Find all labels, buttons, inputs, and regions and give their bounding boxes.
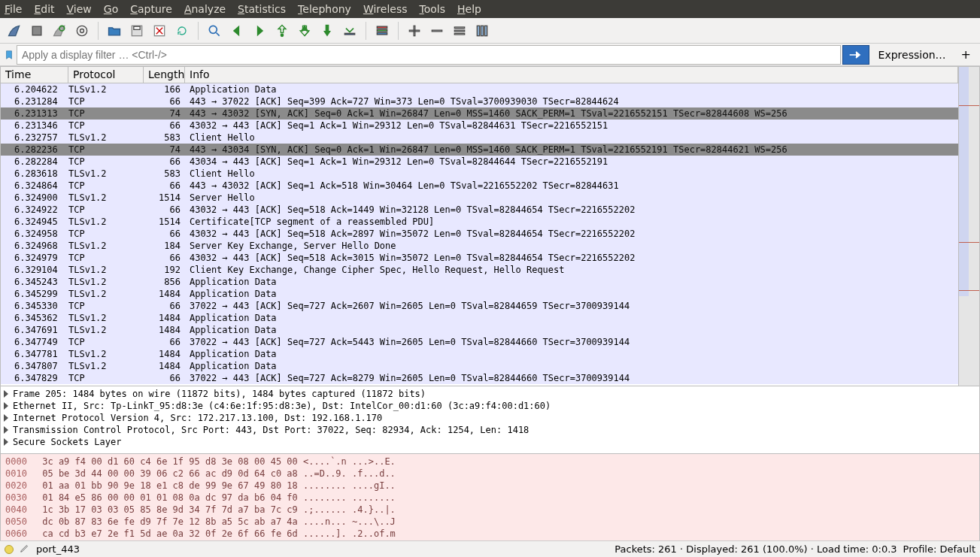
auto-scroll-icon[interactable]: [340, 21, 360, 41]
packet-row[interactable]: 6.324979TCP6643032 → 443 [ACK] Seq=518 A…: [1, 252, 958, 264]
detail-line[interactable]: Internet Protocol Version 4, Src: 172.21…: [4, 412, 976, 424]
menu-tools[interactable]: Tools: [420, 3, 446, 15]
hex-line[interactable]: 0040 1c 3b 17 03 03 05 85 8e 9d 34 7f 7d…: [5, 504, 975, 516]
svg-rect-12: [377, 29, 387, 32]
col-time[interactable]: Time: [1, 67, 68, 83]
hex-line[interactable]: 0050 dc 0b 87 83 6e fe d9 7f 7e 12 8b a5…: [5, 516, 975, 528]
packet-row[interactable]: 6.204622TLSv1.2166Application Data: [1, 83, 958, 95]
packet-row[interactable]: 6.347807TLSv1.21484Application Data: [1, 360, 958, 372]
menu-capture[interactable]: Capture: [130, 3, 172, 15]
go-last-icon[interactable]: [317, 21, 337, 41]
edit-capture-comment-icon[interactable]: [20, 543, 30, 555]
packet-row[interactable]: 6.324945TLSv1.21514Certificate[TCP segme…: [1, 216, 958, 228]
packet-row[interactable]: 6.282236TCP74443 → 43034 [SYN, ACK] Seq=…: [1, 144, 958, 156]
expert-info-icon[interactable]: [5, 545, 14, 554]
expand-triangle-icon[interactable]: [4, 426, 8, 434]
menu-edit[interactable]: Edit: [34, 3, 54, 15]
packet-row[interactable]: 6.283618TLSv1.2583Client Hello: [1, 168, 958, 180]
capture-options-icon[interactable]: [72, 21, 92, 41]
find-packet-icon[interactable]: [205, 21, 224, 41]
zoom-in-icon[interactable]: [405, 21, 424, 41]
svg-rect-18: [454, 30, 464, 32]
col-length[interactable]: Length: [144, 67, 185, 83]
go-forward-icon[interactable]: [250, 21, 269, 41]
svg-rect-5: [134, 26, 140, 29]
detail-line[interactable]: Ethernet II, Src: Tp-LinkT_95:d8:3e (c4:…: [4, 400, 976, 412]
menu-file[interactable]: File: [5, 3, 22, 15]
colorize-icon[interactable]: [372, 21, 392, 41]
packet-row[interactable]: 6.231313TCP74443 → 43032 [SYN, ACK] Seq=…: [1, 107, 958, 120]
packet-row[interactable]: 6.345330TCP6637022 → 443 [ACK] Seq=727 A…: [1, 300, 958, 312]
go-to-packet-icon[interactable]: [272, 21, 292, 41]
main-menubar: FileEditViewGoCaptureAnalyzeStatisticsTe…: [0, 0, 980, 18]
add-filter-button[interactable]: +: [955, 47, 977, 62]
packet-row[interactable]: 6.324922TCP6643032 → 443 [ACK] Seq=518 A…: [1, 204, 958, 216]
packet-row[interactable]: 6.324900TLSv1.21514Server Hello: [1, 192, 958, 204]
packet-row[interactable]: 6.232757TLSv1.2583Client Hello: [1, 132, 958, 144]
expand-triangle-icon[interactable]: [4, 438, 8, 446]
open-file-icon[interactable]: [105, 21, 124, 41]
packet-row[interactable]: 6.324968TLSv1.2184Server Key Exchange, S…: [1, 240, 958, 252]
packet-bytes-pane[interactable]: 0000 3c a9 f4 00 d1 60 c4 6e 1f 95 d8 3e…: [0, 454, 980, 544]
packet-list-pane[interactable]: Time Protocol Length Info 6.204622TLSv1.…: [0, 66, 959, 386]
hex-line[interactable]: 0010 05 be 3d 44 00 00 39 06 c2 66 ac d9…: [5, 468, 975, 480]
packet-row[interactable]: 6.324864TCP66443 → 43032 [ACK] Seq=1 Ack…: [1, 180, 958, 192]
save-file-icon[interactable]: [127, 21, 147, 41]
packet-row[interactable]: 6.345243TLSv1.2856Application Data: [1, 276, 958, 288]
packet-row[interactable]: 6.345299TLSv1.21484Application Data: [1, 288, 958, 300]
packet-row[interactable]: 6.347691TLSv1.21484Application Data: [1, 324, 958, 336]
packet-row[interactable]: 6.347749TCP6637022 → 443 [ACK] Seq=727 A…: [1, 336, 958, 348]
go-back-icon[interactable]: [227, 21, 247, 41]
menu-telephony[interactable]: Telephony: [298, 3, 351, 15]
svg-rect-10: [344, 33, 354, 35]
menu-help[interactable]: Help: [457, 3, 481, 15]
display-filter-input[interactable]: [17, 45, 841, 65]
stop-capture-icon[interactable]: [27, 21, 47, 41]
packet-row[interactable]: 6.282284TCP6643034 → 443 [ACK] Seq=1 Ack…: [1, 156, 958, 168]
hex-line[interactable]: 0000 3c a9 f4 00 d1 60 c4 6e 1f 95 d8 3e…: [5, 456, 975, 468]
hex-line[interactable]: 0060 ca cd b3 e7 2e f1 5d ae 0a 32 0f 2e…: [5, 528, 975, 540]
reload-file-icon[interactable]: [172, 21, 192, 41]
svg-rect-16: [432, 30, 441, 32]
packet-list-header[interactable]: Time Protocol Length Info: [1, 67, 958, 83]
hex-line[interactable]: 0030 01 84 e5 86 00 00 01 01 08 0a dc 97…: [5, 492, 975, 504]
expand-triangle-icon[interactable]: [4, 414, 8, 422]
svg-rect-19: [454, 33, 464, 35]
menu-go[interactable]: Go: [104, 3, 118, 15]
close-file-icon[interactable]: [150, 21, 169, 41]
apply-filter-button[interactable]: [842, 45, 869, 65]
detail-line[interactable]: Secure Sockets Layer: [4, 436, 976, 448]
restart-capture-icon[interactable]: [50, 21, 69, 41]
hex-line[interactable]: 0020 01 aa 01 bb 90 9e 18 e1 c8 de 99 9e…: [5, 480, 975, 492]
expression-button[interactable]: Expression…: [871, 49, 954, 61]
expand-triangle-icon[interactable]: [4, 402, 8, 410]
col-protocol[interactable]: Protocol: [68, 67, 144, 83]
menu-wireless[interactable]: Wireless: [363, 3, 408, 15]
packet-row[interactable]: 6.231284TCP66443 → 37022 [ACK] Seq=399 A…: [1, 95, 958, 107]
svg-rect-20: [477, 26, 479, 35]
bookmark-icon[interactable]: [3, 49, 15, 61]
resize-columns-icon[interactable]: [472, 21, 492, 41]
svg-rect-14: [409, 30, 419, 32]
status-profile[interactable]: Profile: Default: [903, 543, 975, 555]
packet-row[interactable]: 6.345362TLSv1.21484Application Data: [1, 312, 958, 324]
zoom-reset-icon[interactable]: [450, 21, 469, 41]
packet-details-pane[interactable]: Frame 205: 1484 bytes on wire (11872 bit…: [0, 386, 980, 454]
packet-row[interactable]: 6.347829TCP6637022 → 443 [ACK] Seq=727 A…: [1, 372, 958, 384]
col-info[interactable]: Info: [185, 67, 958, 83]
packet-row[interactable]: 6.324958TCP6643032 → 443 [ACK] Seq=518 A…: [1, 228, 958, 240]
packet-row[interactable]: 6.231346TCP6643032 → 443 [ACK] Seq=1 Ack…: [1, 120, 958, 132]
go-first-icon[interactable]: [295, 21, 314, 41]
packet-minimap[interactable]: [959, 66, 980, 386]
detail-line[interactable]: Transmission Control Protocol, Src Port:…: [4, 424, 976, 436]
shark-fin-icon[interactable]: [5, 21, 24, 41]
expand-triangle-icon[interactable]: [4, 390, 8, 398]
menu-analyze[interactable]: Analyze: [184, 3, 226, 15]
packet-row[interactable]: 6.347781TLSv1.21484Application Data: [1, 348, 958, 360]
menu-statistics[interactable]: Statistics: [238, 3, 286, 15]
zoom-out-icon[interactable]: [427, 21, 447, 41]
detail-line[interactable]: Frame 205: 1484 bytes on wire (11872 bit…: [4, 388, 976, 400]
packet-row[interactable]: 6.329104TLSv1.2192Client Key Exchange, C…: [1, 264, 958, 276]
svg-rect-15: [414, 26, 415, 35]
menu-view[interactable]: View: [67, 3, 92, 15]
